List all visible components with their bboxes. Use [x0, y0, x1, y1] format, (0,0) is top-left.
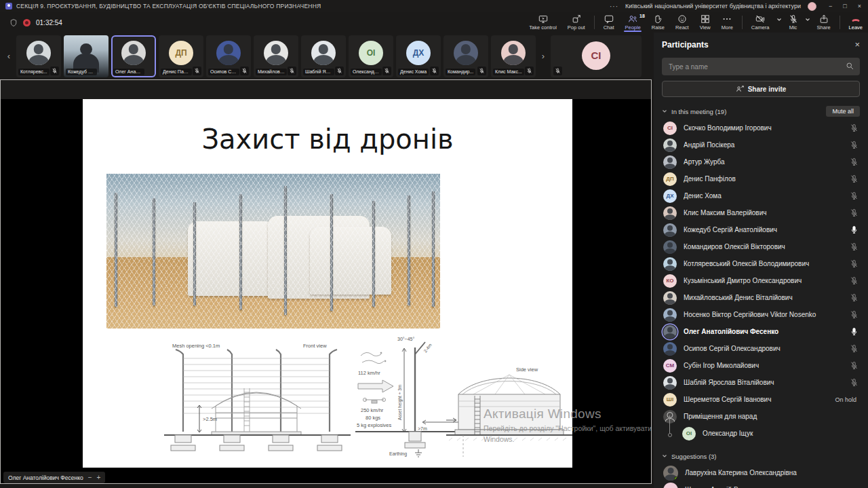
section-chevron-icon[interactable] [662, 453, 667, 459]
shared-screen-top-band [1, 80, 651, 99]
pop-out-button[interactable]: Pop out [562, 12, 591, 33]
svg-text:Side view: Side view [516, 367, 538, 373]
participant-row[interactable]: Михайловський Денис Віталійович [662, 289, 860, 306]
avatar: ШІ [663, 393, 677, 407]
share-invite-label: Share invite [748, 86, 787, 93]
suggestion-row[interactable]: ШВ Швачко Андрій Володимирович [662, 481, 860, 488]
mute-all-button[interactable]: Mute all [826, 106, 860, 117]
participant-row[interactable]: Приміщення для нарад [662, 408, 860, 425]
avatar-initials: СМ [666, 362, 674, 369]
mic-muted-icon [50, 67, 59, 75]
view-button[interactable]: View [694, 12, 716, 33]
search-input[interactable] [662, 58, 860, 75]
share-label: Share [817, 24, 831, 31]
mic-muted-icon [288, 67, 296, 75]
participant-name: Командиров Олексій Вікторович [684, 243, 850, 250]
react-button[interactable]: React [670, 12, 694, 33]
participant-row[interactable]: Осипов Сергій Олександрович [662, 340, 860, 357]
mic-muted-icon [850, 378, 859, 387]
video-tile[interactable]: ДХ Денис Хома [396, 35, 441, 77]
participant-name: Денис Панфілов [684, 175, 850, 183]
video-tile[interactable]: ДП Денис Пан... [159, 35, 203, 77]
leave-button[interactable]: Leave [844, 12, 868, 33]
slide-title: Захист від дронів [83, 124, 572, 155]
pop-out-label: Pop out [568, 24, 585, 31]
front-view-diagram: Mesh opening <0.1m Front view [164, 338, 351, 455]
chat-button[interactable]: Chat [598, 12, 620, 33]
camera-options-chevron[interactable] [775, 7, 783, 33]
raise-hand-button[interactable]: Raise [646, 12, 670, 33]
zoom-in-icon[interactable]: + [97, 474, 101, 481]
avatar [264, 41, 288, 65]
participant-row[interactable]: ДП Денис Панфілов [662, 170, 860, 187]
avatar [501, 41, 526, 65]
tile-name-label: Денис Пан... [161, 69, 192, 75]
video-tile[interactable]: Олег Анатолій... [111, 35, 156, 77]
mic-muted-icon [850, 310, 859, 319]
avatar: ДП [169, 41, 193, 65]
svg-text:80 kgs: 80 kgs [366, 415, 380, 421]
video-tile[interactable]: Шаблій Яр... [301, 35, 346, 77]
participant-row[interactable]: Командиров Олексій Вікторович [662, 238, 860, 255]
participant-row[interactable]: Клис Максим Валерійович [662, 204, 860, 221]
avatar [663, 308, 677, 322]
filmstrip-next-icon[interactable]: › [538, 51, 548, 61]
video-tile[interactable]: Кожедуб Сергі... [64, 35, 108, 77]
participant-row[interactable]: Андрій Посікера [662, 136, 860, 153]
mic-options-chevron[interactable] [804, 7, 812, 33]
video-tile[interactable]: Осипов Се... [206, 35, 251, 77]
react-label: React [675, 24, 689, 31]
participant-row[interactable]: Шаблій Ярослав Віталійович [662, 374, 860, 391]
video-tile[interactable]: Клис Макс... [491, 35, 536, 77]
video-tile[interactable]: Михайловс... [254, 35, 298, 77]
tile-name-label: Денис Хома [398, 69, 429, 75]
more-button[interactable]: More [716, 12, 738, 33]
people-icon [628, 14, 637, 24]
zoom-out-icon[interactable]: − [88, 474, 92, 481]
participant-row[interactable]: ОІ Олександр Іщук [662, 425, 860, 442]
mic-muted-icon [850, 293, 859, 302]
titlebar-more-icon[interactable]: ··· [610, 3, 618, 10]
participant-row[interactable]: ДХ Денис Хома [662, 187, 860, 204]
overflow-video-tile[interactable]: СІ [551, 35, 642, 77]
svg-text:250 km/hr: 250 km/hr [361, 407, 384, 413]
maximize-button[interactable]: □ [843, 3, 846, 10]
close-window-button[interactable]: × [858, 3, 861, 10]
avatar-initials: КО [666, 278, 673, 284]
participant-row[interactable]: СІ Скочко Володимир Ігорович [662, 119, 860, 136]
video-tile[interactable]: ОІ Олександр... [349, 35, 393, 77]
people-active-underline [624, 31, 642, 32]
share-button[interactable]: Share [812, 12, 836, 33]
avatar-initials: ШІ [667, 396, 673, 402]
presence-badge [674, 476, 678, 481]
suggestion-row[interactable]: Лаврухіна Катерина Олександрівна [662, 464, 860, 481]
participant-row[interactable]: Артур Журба [662, 153, 860, 170]
camera-button[interactable]: Camera [746, 12, 775, 33]
participant-row[interactable]: Кожедуб Сергій Анатолійович [662, 221, 860, 238]
mic-muted-icon [850, 174, 859, 183]
presenter-name-pill[interactable]: Олег Анатолійович Фесенко − + [3, 472, 105, 483]
share-invite-button[interactable]: Share invite [662, 81, 860, 97]
participant-row[interactable]: Котляревський Олексій Володимирович [662, 255, 860, 272]
video-tile[interactable]: Командир... [443, 35, 488, 77]
people-button[interactable]: 18 People [620, 12, 646, 33]
participant-row[interactable]: КО Кузьмінський Дмитро Олександрович [662, 272, 860, 289]
mic-button[interactable]: Mic [783, 12, 804, 33]
video-tile[interactable]: Котляревс... [16, 35, 61, 77]
svg-text:>7m: >7m [418, 426, 427, 431]
participant-row[interactable]: Олег Анатолійович Фесенко [662, 323, 860, 340]
filmstrip-prev-icon[interactable]: ‹ [4, 51, 14, 61]
avatar [26, 41, 51, 65]
participant-name: Котляревський Олексій Володимирович [684, 260, 850, 267]
participant-row[interactable]: СМ Субін Ігор Миколайович [662, 357, 860, 374]
participant-row[interactable]: Носенко Віктор Сергійович Viktor Nosenko [662, 306, 860, 323]
participant-name: Клис Максим Валерійович [684, 209, 850, 217]
view-icon [701, 14, 710, 24]
section-chevron-icon[interactable] [662, 109, 667, 114]
tile-name-label: Шаблій Яр... [303, 69, 334, 75]
minimize-button[interactable]: − [829, 3, 832, 10]
participant-row[interactable]: ШІ Шереметов Сергій Іванович On hold [662, 391, 860, 408]
mic-muted-icon [850, 124, 859, 132]
take-control-button[interactable]: Take control [524, 12, 561, 33]
close-panel-icon[interactable]: × [854, 39, 860, 50]
